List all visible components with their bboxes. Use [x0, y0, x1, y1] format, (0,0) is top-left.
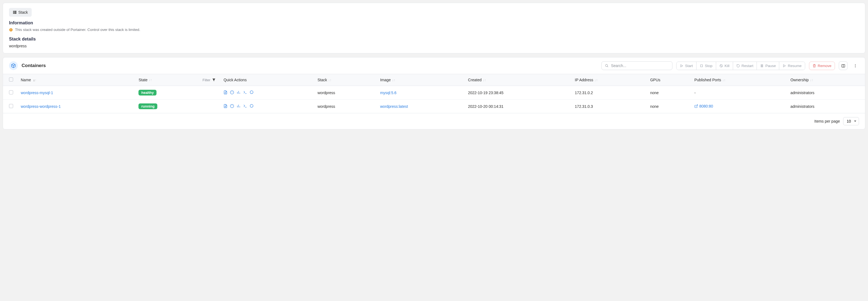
console-icon[interactable]: [243, 104, 247, 108]
kill-icon: [719, 64, 723, 67]
action-button-group: Start Stop Kill Restart Pause Resume: [676, 61, 805, 70]
col-state[interactable]: State ↓↑ Filter: [135, 74, 220, 86]
col-ip[interactable]: IP Address↓↑: [571, 74, 647, 86]
columns-icon: [841, 64, 845, 68]
more-button[interactable]: [851, 61, 859, 70]
filter-icon[interactable]: [212, 78, 216, 82]
svg-line-14: [720, 65, 722, 67]
restart-label: Restart: [742, 64, 753, 68]
col-quick-actions: Quick Actions: [220, 74, 314, 86]
search-icon: [605, 64, 609, 68]
svg-line-10: [608, 66, 608, 67]
svg-rect-5: [14, 13, 17, 14]
ip-value: 172.31.0.3: [571, 100, 647, 113]
start-button[interactable]: Start: [677, 62, 696, 70]
more-vertical-icon: [853, 64, 857, 68]
sort-icon: ↓↑: [722, 78, 725, 82]
sort-icon: ↓↑: [483, 78, 486, 82]
remove-label: Remove: [818, 64, 831, 68]
svg-rect-15: [761, 64, 762, 67]
warning-icon: [9, 28, 13, 32]
container-name-link[interactable]: wordpress-mysql-1: [21, 90, 53, 95]
stats-icon[interactable]: [237, 104, 241, 108]
stats-icon[interactable]: [237, 90, 241, 94]
col-created[interactable]: Created↓↑: [464, 74, 571, 86]
svg-point-20: [855, 64, 856, 65]
svg-rect-1: [13, 12, 14, 13]
items-per-page-select[interactable]: 10: [843, 117, 859, 125]
sort-icon: ↓↑: [149, 78, 152, 82]
col-stack[interactable]: Stack↓↑: [314, 74, 376, 86]
logs-icon[interactable]: [223, 90, 227, 94]
status-badge: running: [138, 104, 157, 109]
restart-button[interactable]: Restart: [733, 62, 757, 70]
inspect-icon[interactable]: [230, 104, 234, 108]
col-qa-label: Quick Actions: [223, 78, 247, 82]
list-icon: [13, 10, 17, 14]
svg-point-22: [855, 66, 856, 67]
remove-button[interactable]: Remove: [809, 61, 835, 70]
svg-marker-17: [784, 64, 786, 67]
stop-label: Stop: [705, 64, 713, 68]
play-icon: [680, 64, 683, 67]
inspect-icon[interactable]: [230, 90, 234, 94]
svg-rect-0: [13, 11, 14, 12]
col-ownership-label: Ownership: [790, 78, 809, 82]
image-link[interactable]: wordpress:latest: [380, 104, 408, 109]
port-link[interactable]: 8080:80: [694, 104, 713, 108]
table-footer: Items per page 10: [3, 113, 865, 129]
col-gpus-label: GPUs: [650, 78, 660, 82]
limited-control-notice: This stack was created outside of Portai…: [9, 28, 859, 32]
attach-icon[interactable]: [250, 104, 254, 108]
search-input-wrap[interactable]: [601, 61, 673, 70]
table-row: wordpress-wordpress-1 running wordpress …: [3, 100, 865, 113]
stack-details-heading: Stack details: [9, 37, 859, 42]
resume-button[interactable]: Resume: [779, 62, 805, 70]
ip-value: 172.31.0.2: [571, 86, 647, 100]
svg-rect-12: [701, 64, 703, 67]
gpus-value: none: [646, 86, 690, 100]
col-name-label: Name: [21, 78, 31, 82]
created-value: 2022-10-19 23:38:45: [464, 86, 571, 100]
col-name[interactable]: Name ↓↑: [17, 74, 135, 86]
containers-icon-bubble: [9, 61, 18, 70]
sort-icon: ↓↑: [594, 78, 598, 82]
col-ownership[interactable]: Ownership↓↑: [786, 74, 865, 86]
stop-button[interactable]: Stop: [696, 62, 716, 70]
col-stack-label: Stack: [318, 78, 327, 82]
stack-value: wordpress: [314, 86, 376, 100]
console-icon[interactable]: [243, 90, 247, 94]
search-input[interactable]: [611, 63, 669, 68]
containers-panel: Containers Start Stop Kill Restart: [3, 57, 865, 130]
col-ports-label: Published Ports: [694, 78, 721, 82]
col-created-label: Created: [468, 78, 482, 82]
svg-rect-3: [14, 11, 17, 12]
containers-title: Containers: [22, 63, 46, 69]
restart-icon: [736, 64, 740, 67]
container-name-link[interactable]: wordpress-wordpress-1: [21, 104, 61, 109]
quick-actions: [223, 104, 254, 108]
row-checkbox[interactable]: [9, 104, 13, 108]
select-all-checkbox[interactable]: [9, 77, 13, 82]
col-image[interactable]: Image↓↑: [376, 74, 464, 86]
columns-button[interactable]: [839, 61, 847, 70]
kill-button[interactable]: Kill: [716, 62, 733, 70]
ownership-value: administrators: [786, 86, 865, 100]
notice-text: This stack was created outside of Portai…: [15, 28, 140, 32]
attach-icon[interactable]: [250, 90, 254, 94]
sort-icon: ↓↑: [392, 78, 395, 82]
row-checkbox[interactable]: [9, 90, 13, 94]
svg-line-42: [696, 105, 698, 106]
pause-button[interactable]: Pause: [757, 62, 779, 70]
image-link[interactable]: mysql:5.6: [380, 90, 397, 95]
col-state-label: State: [138, 78, 148, 82]
gpus-value: none: [646, 100, 690, 113]
stack-tab[interactable]: Stack: [9, 8, 32, 17]
resume-label: Resume: [788, 64, 801, 68]
stack-value: wordpress: [314, 100, 376, 113]
logs-icon[interactable]: [223, 104, 227, 108]
trash-icon: [812, 64, 816, 67]
col-ports[interactable]: Published Ports↓↑: [690, 74, 786, 86]
port-value: -: [694, 90, 696, 95]
created-value: 2022-10-20 00:14:31: [464, 100, 571, 113]
